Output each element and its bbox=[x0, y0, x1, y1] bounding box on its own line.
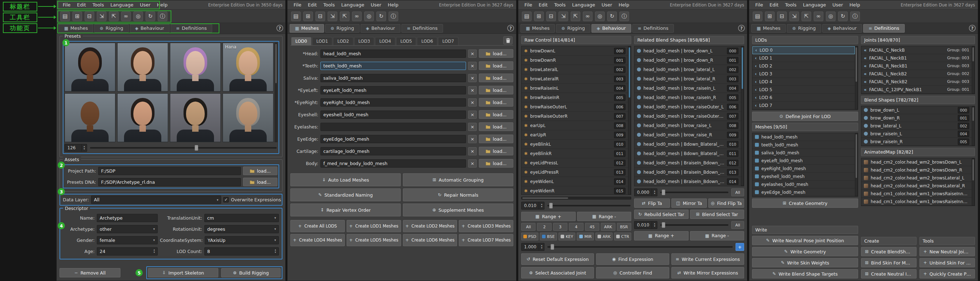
scrollbar-thumb[interactable] bbox=[522, 197, 568, 199]
raw-scrollbar[interactable] bbox=[628, 46, 631, 195]
animated-map-row[interactable]: head_cm2_color.head_wm2_browsLateral_R bbox=[861, 182, 972, 190]
info-icon[interactable]: ⓘ bbox=[619, 11, 629, 21]
mesh-name-input[interactable]: saliva_lod0_mesh bbox=[320, 74, 466, 82]
target-icon[interactable]: ◎ bbox=[826, 11, 835, 21]
blend-shape-row[interactable]: head_lod0_mesh | BraiseIn_Bdown_bra 013 bbox=[635, 168, 741, 177]
mesh-tool-button[interactable]: ✎ Standardized Naming bbox=[290, 188, 401, 201]
page-tab[interactable]: ◈ Behaviour bbox=[822, 24, 862, 33]
raw-control-row[interactable]: ✱ browDownL 000 bbox=[522, 46, 628, 56]
menu-item[interactable]: Language bbox=[569, 1, 598, 9]
open-file-icon[interactable]: ⊞ bbox=[303, 11, 313, 21]
save-file-icon[interactable]: ⊟ bbox=[777, 11, 787, 21]
scrollbar-thumb[interactable] bbox=[275, 44, 277, 83]
menu-item[interactable]: Tools bbox=[320, 1, 338, 9]
export-dna-icon[interactable]: ⇱ bbox=[802, 11, 811, 21]
export-dna-icon[interactable]: ⇱ bbox=[340, 11, 350, 21]
mesh-row[interactable]: teeth_lod0_mesh bbox=[752, 141, 855, 149]
lod-row[interactable]: ‹ LOD 4 bbox=[752, 78, 855, 86]
menu-item[interactable]: Language bbox=[107, 1, 137, 9]
blend-shape-row[interactable]: head_lod0_mesh | brow_lateral_L 002 bbox=[635, 65, 741, 74]
lods-scrollbar[interactable] bbox=[855, 46, 858, 109]
lod-tab[interactable]: LOD3 bbox=[354, 37, 375, 45]
page-tab[interactable]: ▦ Meshes bbox=[290, 24, 324, 33]
lod-tab[interactable]: LOD5 bbox=[396, 37, 417, 45]
behaviour-action-button[interactable]: ⊕ Select Associated Joint bbox=[521, 267, 594, 278]
page-tab[interactable]: ⊚ Rigging bbox=[556, 24, 590, 33]
joint-row[interactable]: « FACIAL_L_NeckB1 Group: 003 bbox=[861, 54, 972, 62]
control-type-chip[interactable]: MIR bbox=[577, 233, 594, 240]
lod-row[interactable]: ‹ LOD 3 bbox=[752, 70, 855, 78]
meshes-scrollbar[interactable] bbox=[855, 133, 858, 196]
export-dna-icon[interactable]: ⇱ bbox=[571, 11, 580, 21]
filter-chip[interactable]: 3 bbox=[553, 223, 568, 231]
bs-all-chip[interactable]: All bbox=[731, 221, 744, 229]
page-tab[interactable]: ≡ Definitions bbox=[401, 24, 443, 33]
menu-item[interactable]: Help bbox=[154, 1, 171, 9]
load-mesh-button[interactable]: load... bbox=[479, 159, 513, 168]
raw-control-row[interactable]: ✱ eyeBlinkR 011 bbox=[522, 149, 628, 158]
help-button[interactable]: ? bbox=[507, 25, 514, 32]
refresh-icon[interactable]: ↻ bbox=[607, 11, 617, 21]
lod-row[interactable]: ‹ LOD 7 bbox=[752, 102, 855, 109]
clear-mesh-button[interactable]: × bbox=[468, 74, 477, 82]
create-lod-button[interactable]: + Create LOD7 Meshes bbox=[459, 234, 513, 246]
import-dna-icon[interactable]: ⇲ bbox=[97, 11, 107, 21]
menu-item[interactable]: Language bbox=[800, 1, 829, 9]
filter-chip[interactable]: ARK bbox=[601, 223, 615, 231]
joint-row[interactable]: « FACIAL_R_NeckB2 Group: 003 bbox=[861, 78, 972, 86]
control-type-chip[interactable]: BSE bbox=[540, 233, 557, 240]
slider-handle[interactable] bbox=[549, 203, 553, 209]
load-mesh-button[interactable]: load... bbox=[479, 73, 513, 82]
page-tab[interactable]: ◈ Behaviour bbox=[130, 24, 170, 33]
spinner-arrows-icon[interactable]: ▴▾ bbox=[153, 249, 155, 254]
animated-map-row[interactable]: head_cm2_color.head_wm2_browsLateral_L bbox=[861, 174, 972, 182]
info-icon[interactable]: ⓘ bbox=[850, 11, 860, 21]
clear-mesh-button[interactable]: × bbox=[468, 86, 477, 94]
link-icon[interactable]: ∞ bbox=[121, 11, 131, 21]
mesh-name-input[interactable]: cartilage_lod0_mesh bbox=[320, 147, 466, 155]
blend-shapes-scrollbar[interactable] bbox=[972, 106, 975, 146]
joint-row[interactable]: « FACIAL_R_NeckB1 Group: 003 bbox=[861, 62, 972, 70]
blend-shape-row[interactable]: brow_raiseIn_L 004 bbox=[861, 130, 972, 138]
bs-weight-spinbox[interactable]: 0.000▴▾ bbox=[634, 188, 657, 196]
flip-tool-button[interactable]: ◫ Mirror Ta bbox=[671, 198, 707, 208]
filter-chip[interactable]: 2 bbox=[537, 223, 551, 231]
blend-shape-row[interactable]: brow_down_R 001 bbox=[861, 114, 972, 122]
create-geometry-button[interactable]: ⊞ Create Geometry bbox=[752, 198, 858, 208]
preset-portrait[interactable] bbox=[117, 93, 168, 142]
new-file-icon[interactable]: ▤ bbox=[291, 11, 301, 21]
filter-chip[interactable]: 45 bbox=[585, 223, 599, 231]
write-action-button[interactable]: ✎ Write Geometry bbox=[752, 247, 858, 256]
scrollbar-thumb[interactable] bbox=[972, 47, 974, 61]
load-mesh-button[interactable]: load... bbox=[479, 49, 513, 58]
menu-item[interactable]: Tools bbox=[551, 1, 569, 9]
apply-weight-button[interactable]: + bbox=[735, 243, 744, 251]
preset-portrait[interactable] bbox=[170, 43, 221, 91]
blend-shape-row[interactable]: brow_down_L 000 bbox=[861, 106, 972, 114]
raw-control-row[interactable]: ✱ browDownR 001 bbox=[522, 56, 628, 65]
load-button[interactable]: load... bbox=[243, 178, 277, 186]
menu-item[interactable]: User bbox=[137, 1, 154, 9]
target-icon[interactable]: ◎ bbox=[134, 11, 143, 21]
overwrite-expressions-checkbox[interactable]: ✓ bbox=[223, 197, 229, 203]
new-file-icon[interactable]: ▤ bbox=[753, 11, 762, 21]
raw-control-row[interactable]: ✱ earUpL 008 bbox=[522, 121, 628, 130]
slider-handle[interactable] bbox=[662, 222, 665, 228]
raw-control-row[interactable]: ✱ browRaiseOuterR 007 bbox=[522, 112, 628, 121]
joint-row[interactable]: « FACIAL_C_NeckB Group: 001 bbox=[861, 46, 972, 54]
control-type-chip[interactable]: PSD bbox=[521, 233, 538, 240]
link-icon[interactable]: ∞ bbox=[814, 11, 823, 21]
clear-mesh-button[interactable]: × bbox=[468, 123, 477, 131]
menu-item[interactable]: File bbox=[521, 1, 536, 9]
build-rigging-button[interactable]: ⊕ Build Rigging bbox=[221, 268, 281, 278]
mesh-row[interactable]: saliva_lod0_mesh bbox=[752, 149, 855, 157]
target-icon[interactable]: ◎ bbox=[595, 11, 605, 21]
raw-control-row[interactable]: ✱ browRaiseOuterL 006 bbox=[522, 102, 628, 112]
open-file-icon[interactable]: ⊞ bbox=[765, 11, 775, 21]
clear-mesh-button[interactable]: × bbox=[468, 110, 477, 119]
write-action-button[interactable]: ✎ Write Blend Shape Targets bbox=[752, 269, 858, 278]
tools-action-button[interactable]: + New Neutral Joint Transform bbox=[920, 247, 975, 256]
slider-handle[interactable] bbox=[195, 145, 198, 151]
mesh-name-input[interactable]: eyeRight_lod0_mesh bbox=[320, 98, 466, 107]
preset-portrait[interactable] bbox=[170, 93, 221, 142]
